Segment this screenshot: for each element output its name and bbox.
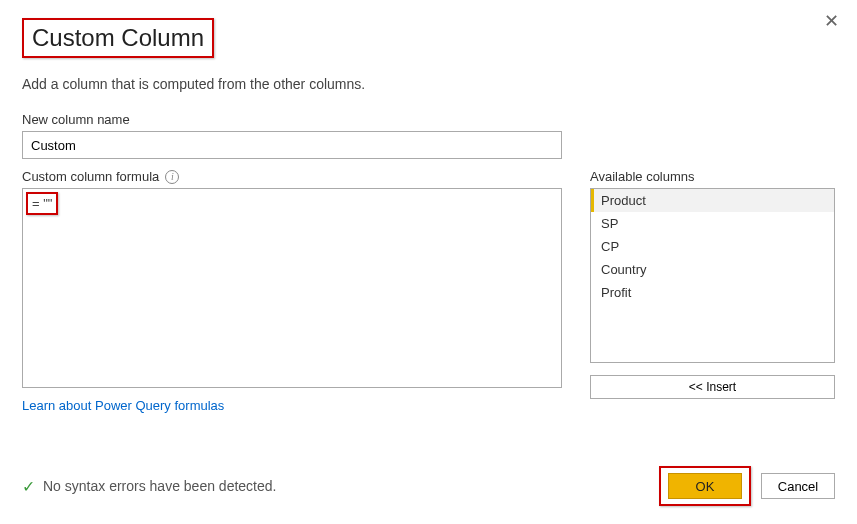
new-column-name-input[interactable] xyxy=(22,131,562,159)
list-item[interactable]: Product xyxy=(591,189,834,212)
formula-label-text: Custom column formula xyxy=(22,169,159,184)
check-icon: ✓ xyxy=(22,477,35,496)
formula-label: Custom column formula i xyxy=(22,169,562,184)
new-column-name-label: New column name xyxy=(22,112,835,127)
available-columns-label: Available columns xyxy=(590,169,835,184)
learn-link[interactable]: Learn about Power Query formulas xyxy=(22,398,224,413)
list-item[interactable]: SP xyxy=(591,212,834,235)
ok-button[interactable]: OK xyxy=(668,473,742,499)
cancel-button[interactable]: Cancel xyxy=(761,473,835,499)
dialog-title: Custom Column xyxy=(22,18,214,58)
info-icon[interactable]: i xyxy=(165,170,179,184)
status-bar: ✓ No syntax errors have been detected. xyxy=(22,477,276,496)
formula-textarea[interactable]: = "" xyxy=(22,188,562,388)
list-item[interactable]: Profit xyxy=(591,281,834,304)
formula-content: = "" xyxy=(26,192,58,215)
dialog-subtitle: Add a column that is computed from the o… xyxy=(22,76,835,92)
close-icon[interactable]: ✕ xyxy=(824,10,839,32)
list-item[interactable]: Country xyxy=(591,258,834,281)
available-columns-list[interactable]: ProductSPCPCountryProfit xyxy=(590,188,835,363)
list-item[interactable]: CP xyxy=(591,235,834,258)
insert-button[interactable]: << Insert xyxy=(590,375,835,399)
ok-highlight: OK xyxy=(659,466,751,506)
status-text: No syntax errors have been detected. xyxy=(43,478,276,494)
